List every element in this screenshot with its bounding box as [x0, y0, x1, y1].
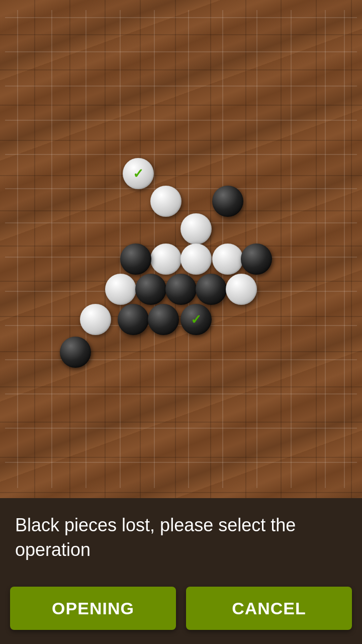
stone-w4[interactable]	[150, 244, 182, 275]
stone-b10[interactable]	[60, 337, 91, 368]
opening-button[interactable]: OPENING	[10, 587, 176, 630]
cancel-button[interactable]: CANCEL	[186, 587, 352, 630]
stone-b9[interactable]	[180, 304, 212, 335]
stone-w3[interactable]	[180, 213, 212, 245]
stone-b2[interactable]	[120, 244, 151, 275]
stone-b6[interactable]	[196, 274, 227, 305]
stone-w6[interactable]	[212, 244, 243, 275]
stone-w5[interactable]	[180, 244, 212, 275]
game-board	[0, 0, 362, 498]
app: Black pieces lost, please select the ope…	[0, 0, 362, 644]
stone-b3[interactable]	[241, 244, 272, 275]
stone-w7[interactable]	[105, 274, 136, 305]
stone-w1[interactable]	[123, 158, 154, 189]
stone-w8[interactable]	[226, 274, 257, 305]
stone-b4[interactable]	[135, 274, 166, 305]
stone-b1[interactable]	[212, 186, 243, 217]
stones-area	[0, 0, 362, 498]
stone-w2[interactable]	[150, 186, 182, 217]
stone-b7[interactable]	[118, 304, 149, 335]
stone-b5[interactable]	[165, 274, 197, 305]
message-text: Black pieces lost, please select the ope…	[15, 513, 347, 562]
stone-b8[interactable]	[148, 304, 179, 335]
buttons-row: OPENING CANCEL	[10, 587, 352, 630]
bottom-panel: Black pieces lost, please select the ope…	[0, 498, 362, 644]
stone-w9[interactable]	[80, 304, 111, 335]
